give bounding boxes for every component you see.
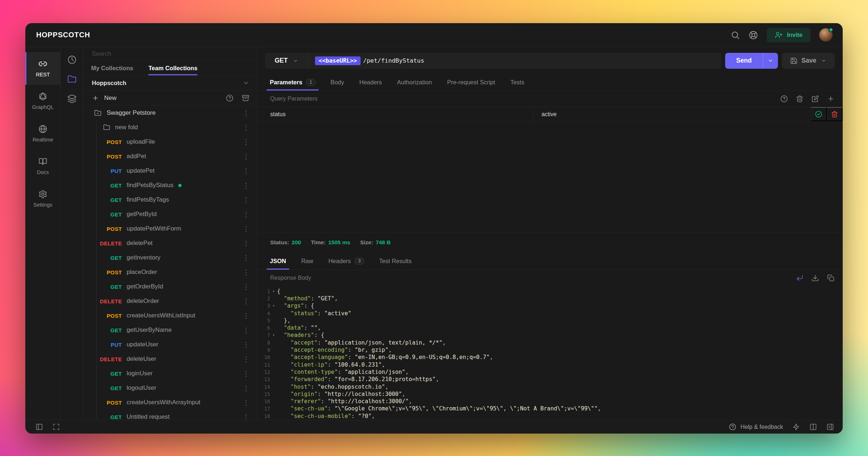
request-row[interactable]: GETlogoutUser⋮ xyxy=(83,381,257,395)
wrap-lines-icon[interactable] xyxy=(796,274,804,282)
collections-tab-my-collections[interactable]: My Collections xyxy=(91,61,133,75)
request-row[interactable]: GETgetInventory⋮ xyxy=(83,250,257,265)
more-options-icon[interactable]: ⋮ xyxy=(242,182,250,189)
more-options-icon[interactable]: ⋮ xyxy=(242,139,250,145)
help-icon[interactable] xyxy=(226,94,234,102)
request-row[interactable]: PUTupdatePet⋮ xyxy=(83,164,257,178)
collection-tree[interactable]: Swagger Petstore⋮new fold⋮POSTuploadFile… xyxy=(83,106,257,420)
request-row[interactable]: GETUntitled request⋮ xyxy=(83,410,257,420)
copy-icon[interactable] xyxy=(827,274,835,282)
sidebar-item-realtime[interactable]: Realtime xyxy=(25,117,60,150)
response-body-code[interactable]: 1▾{2 "method": "GET",3▾ "args": {4 "stat… xyxy=(257,286,843,420)
request-row[interactable]: GETfindPetsByTags⋮ xyxy=(83,193,257,207)
sidebar-item-graphql[interactable]: GraphQL xyxy=(25,85,60,117)
save-button[interactable]: Save xyxy=(782,53,835,69)
fold-arrow-icon[interactable]: ▾ xyxy=(270,332,277,339)
more-options-icon[interactable]: ⋮ xyxy=(242,399,250,406)
parameter-value-input[interactable]: active xyxy=(533,107,811,121)
request-row[interactable]: POSTcreateUsersWithArrayInput⋮ xyxy=(83,395,257,410)
more-options-icon[interactable]: ⋮ xyxy=(242,385,250,392)
interceptor-icon[interactable] xyxy=(792,423,800,431)
more-options-icon[interactable]: ⋮ xyxy=(242,240,250,247)
response-tab-headers[interactable]: Headers3 xyxy=(321,253,371,270)
save-options-chevron[interactable] xyxy=(821,58,826,63)
bulk-edit-icon[interactable] xyxy=(811,95,819,103)
parameter-key-input[interactable]: status xyxy=(257,107,533,121)
rail-item-collections[interactable] xyxy=(67,75,77,84)
fold-arrow-icon[interactable]: ▾ xyxy=(270,288,277,295)
more-options-icon[interactable]: ⋮ xyxy=(242,356,250,363)
new-collection-button[interactable]: New xyxy=(92,94,116,102)
request-row[interactable]: POSTplaceOrder⋮ xyxy=(83,265,257,279)
invite-button[interactable]: Invite xyxy=(767,28,810,42)
rail-item-history[interactable] xyxy=(67,55,77,64)
send-button[interactable]: Send xyxy=(725,53,778,69)
more-options-icon[interactable]: ⋮ xyxy=(242,327,250,334)
more-options-icon[interactable]: ⋮ xyxy=(242,283,250,290)
more-options-icon[interactable]: ⋮ xyxy=(242,197,250,203)
add-parameter-icon[interactable] xyxy=(827,95,835,103)
request-row[interactable]: GETgetUserByName⋮ xyxy=(83,323,257,337)
avatar[interactable] xyxy=(819,28,833,42)
response-tab-json[interactable]: JSON xyxy=(262,253,294,270)
collections-tab-team-collections[interactable]: Team Collections xyxy=(148,61,197,75)
request-row[interactable]: POSTuploadFile⋮ xyxy=(83,135,257,149)
request-row[interactable]: DELETEdeleteUser⋮ xyxy=(83,352,257,366)
response-tab-test-results[interactable]: Test Results xyxy=(371,253,419,270)
tab-authorization[interactable]: Authorization xyxy=(390,74,439,90)
clear-all-icon[interactable] xyxy=(796,95,804,103)
import-export-icon[interactable] xyxy=(242,94,250,102)
send-options-chevron[interactable] xyxy=(763,53,778,69)
more-options-icon[interactable]: ⋮ xyxy=(242,254,250,261)
sidebar-item-settings[interactable]: Settings xyxy=(25,182,60,215)
sidebar-item-rest[interactable]: REST xyxy=(25,52,60,85)
request-row[interactable]: POSTupdatePetWithForm⋮ xyxy=(83,221,257,236)
delete-parameter-button[interactable] xyxy=(827,107,843,121)
collapse-right-panel-icon[interactable] xyxy=(826,423,834,431)
toggle-parameter-button[interactable] xyxy=(811,107,827,121)
request-row[interactable]: GETfindPetsByStatus⋮ xyxy=(83,178,257,193)
download-icon[interactable] xyxy=(811,274,819,282)
request-row[interactable]: DELETEdeleteOrder⋮ xyxy=(83,294,257,308)
more-options-icon[interactable]: ⋮ xyxy=(242,124,250,131)
rail-item-environments[interactable] xyxy=(67,94,77,104)
help-icon[interactable] xyxy=(780,95,788,103)
more-options-icon[interactable]: ⋮ xyxy=(242,414,250,420)
more-options-icon[interactable]: ⋮ xyxy=(242,168,250,174)
search-input[interactable] xyxy=(83,50,257,58)
request-row[interactable]: GETloginUser⋮ xyxy=(83,366,257,381)
more-options-icon[interactable]: ⋮ xyxy=(242,312,250,319)
support-icon[interactable] xyxy=(749,30,758,40)
tab-pre-request-script[interactable]: Pre-request Script xyxy=(439,74,503,90)
more-options-icon[interactable]: ⋮ xyxy=(242,225,250,232)
more-options-icon[interactable]: ⋮ xyxy=(242,110,250,117)
response-tab-raw[interactable]: Raw xyxy=(294,253,321,270)
workspace-selector[interactable]: Hoppscotch xyxy=(83,76,257,90)
request-row[interactable]: GETgetPetById⋮ xyxy=(83,207,257,221)
request-row[interactable]: GETgetOrderById⋮ xyxy=(83,279,257,294)
fold-arrow-icon[interactable]: ▾ xyxy=(270,302,277,309)
method-select[interactable]: GET xyxy=(265,53,309,69)
tab-tests[interactable]: Tests xyxy=(503,74,532,90)
request-row[interactable]: POSTaddPet⋮ xyxy=(83,149,257,164)
more-options-icon[interactable]: ⋮ xyxy=(242,370,250,377)
tab-parameters[interactable]: Parameters1 xyxy=(262,74,323,90)
tab-headers[interactable]: Headers xyxy=(352,74,389,90)
more-options-icon[interactable]: ⋮ xyxy=(242,211,250,218)
expand-icon[interactable] xyxy=(52,423,60,431)
request-row[interactable]: PUTupdateUser⋮ xyxy=(83,337,257,352)
search-icon[interactable] xyxy=(731,30,740,40)
more-options-icon[interactable]: ⋮ xyxy=(242,153,250,160)
request-row[interactable]: POSTcreateUsersWithListInput⋮ xyxy=(83,308,257,323)
column-layout-icon[interactable] xyxy=(809,423,817,431)
toggle-sidebar-icon[interactable] xyxy=(35,423,43,431)
more-options-icon[interactable]: ⋮ xyxy=(242,298,250,305)
tab-body[interactable]: Body xyxy=(323,74,352,90)
app-logo[interactable]: HOPPSCOTCH xyxy=(36,31,90,39)
help-feedback-button[interactable]: Help & feedback xyxy=(729,423,783,431)
request-row[interactable]: DELETEdeletePet⋮ xyxy=(83,236,257,250)
sidebar-item-docs[interactable]: Docs xyxy=(25,150,60,182)
more-options-icon[interactable]: ⋮ xyxy=(242,341,250,348)
url-input[interactable]: <<baseURL>> /pet/findByStatus xyxy=(309,53,721,69)
collection-root-row[interactable]: Swagger Petstore⋮ xyxy=(83,106,257,120)
